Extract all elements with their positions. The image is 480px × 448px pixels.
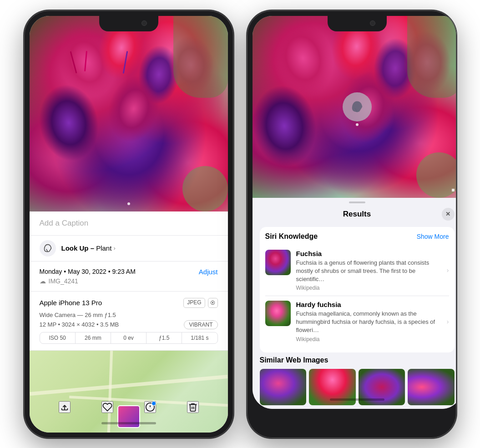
hardy-fuchsia-description: Fuchsia magellanica, commonly known as t… [296,310,443,335]
fuchsia-description: Fuchsia is a genus of flowering plants t… [296,259,443,284]
lookup-label: Look Up – Look Up – PlantPlant [61,244,112,252]
trash-icon [188,402,198,412]
photo-date: Monday • May 30, 2022 • 9:23 AM [40,268,136,275]
share-button[interactable] [59,401,71,413]
results-header: Results ✕ [253,203,456,223]
similar-image-4[interactable] [408,369,455,405]
hardy-fuchsia-thumbnail [265,301,291,326]
home-indicator [101,422,156,424]
right-screen: Results ✕ Siri Knowledge Show More [253,16,456,409]
leaf-siri-icon [350,100,364,114]
favorite-button[interactable] [101,401,113,413]
left-phone: Add a Caption Look Up – Look Up – PlantP… [24,10,233,438]
front-camera [141,20,147,26]
siri-dot [356,123,359,126]
lookup-row[interactable]: Look Up – Look Up – PlantPlant › [30,236,228,262]
page-indicator-right [452,189,455,191]
similar-image-1[interactable] [260,369,307,405]
map-section[interactable] [30,351,228,433]
similar-web-title: Similar Web Images [260,356,455,364]
notch [99,16,158,31]
filename: IMG_4241 [49,277,78,285]
delete-button[interactable] [187,401,199,413]
fuchsia-content: Fuchsia Fuchsia is a genus of flowering … [296,250,443,292]
location-badge: ⦿ [208,298,218,308]
hardy-fuchsia-title: Hardy fuchsia [296,301,443,308]
knowledge-item-fuchsia[interactable]: Fuchsia Fuchsia is a genus of flowering … [265,245,449,297]
right-photo-display [253,16,456,198]
info-button[interactable] [144,401,156,413]
exif-row: ISO 50 26 mm 0 ev ƒ1.5 1/181 s [40,332,218,344]
fuchsia-title: Fuchsia [296,250,443,257]
right-notch [328,16,387,31]
fuchsia-chevron-icon: › [447,267,449,274]
lookup-chevron-icon: › [113,245,115,252]
lookup-icon [40,240,56,257]
photo-display[interactable] [30,16,228,211]
toolbar [30,398,228,417]
vibrant-badge: VIBRANT [184,320,217,329]
heart-icon [102,402,112,412]
camera-specs: Wide Camera — 26 mm ƒ1.5 [40,312,218,318]
left-screen: Add a Caption Look Up – Look Up – PlantP… [30,16,228,433]
show-more-button[interactable]: Show More [417,233,449,240]
hardy-fuchsia-content: Hardy fuchsia Fuchsia magellanica, commo… [296,301,443,342]
cloud-icon: ☁ [40,277,46,285]
map-background [30,351,228,433]
leaf-icon [43,244,52,253]
similar-web-section: Similar Web Images [260,356,455,405]
share-icon [60,402,70,412]
hardy-fuchsia-chevron-icon: › [447,318,449,325]
fuchsia-source: Wikipedia [296,285,443,291]
exif-shutter: 1/181 s [182,332,217,343]
exif-ev: 0 ev [111,332,147,343]
results-panel[interactable]: Results ✕ Siri Knowledge Show More [253,198,456,409]
siri-visual-intelligence-button[interactable] [343,92,372,121]
fuchsia-thumbnail [265,250,291,275]
device-section: Apple iPhone 13 Pro JPEG ⦿ Wide Camera —… [30,292,228,351]
results-title: Results [273,210,442,219]
jpeg-badge: JPEG [183,298,205,308]
adjust-button[interactable]: Adjust [199,268,218,276]
device-name: Apple iPhone 13 Pro [40,299,102,307]
section-header: Siri Knowledge Show More [265,232,449,241]
right-phone: Results ✕ Siri Knowledge Show More [247,10,456,438]
exif-aperture: ƒ1.5 [147,332,182,343]
close-button[interactable]: ✕ [442,208,455,221]
info-badge [152,401,156,406]
right-front-camera [370,20,375,26]
metadata-section: Monday • May 30, 2022 • 9:23 AM Adjust ☁… [30,262,228,292]
knowledge-item-hardy-fuchsia[interactable]: Hardy fuchsia Fuchsia magellanica, commo… [265,296,449,347]
flower-photo [30,16,228,211]
exif-iso: ISO 50 [40,332,76,343]
siri-knowledge-section: Siri Knowledge Show More Fuchsia Fuchsia… [260,227,455,352]
siri-knowledge-title: Siri Knowledge [265,232,318,241]
hardy-fuchsia-source: Wikipedia [296,336,443,342]
image-specs: 12 MP • 3024 × 4032 • 3.5 MB [40,321,119,328]
right-home-indicator [330,398,384,401]
page-indicator [127,202,130,205]
caption-area[interactable]: Add a Caption [30,211,228,236]
phones-container: Add a Caption Look Up – Look Up – PlantP… [15,1,465,447]
caption-placeholder[interactable]: Add a Caption [40,219,89,227]
exif-focal: 26 mm [76,332,111,343]
